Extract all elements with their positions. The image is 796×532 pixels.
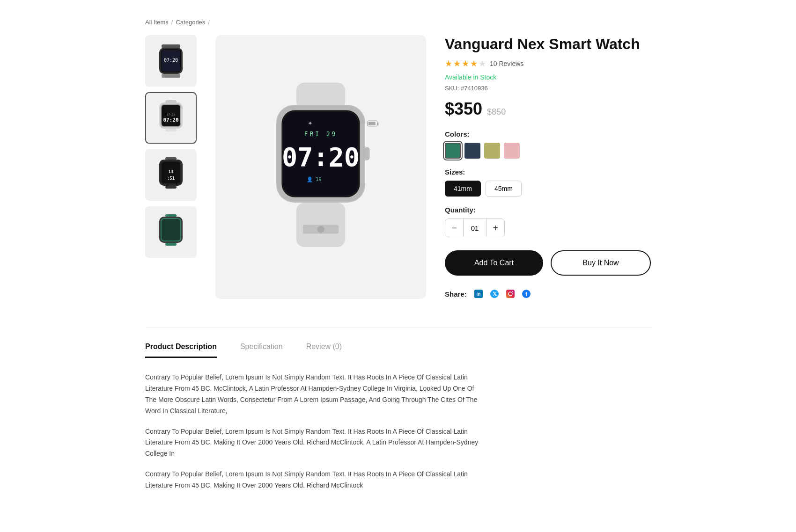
- quantity-increase[interactable]: +: [486, 219, 504, 237]
- svg-text:in: in: [476, 292, 480, 297]
- quantity-label: Quantity:: [445, 206, 651, 214]
- price-original: $850: [487, 107, 506, 117]
- instagram-icon[interactable]: [505, 289, 516, 299]
- product-title: Vanguard Nex Smart Watch: [445, 35, 651, 53]
- main-product-image: ✦ FRI 29 07:20 👤 19: [215, 35, 426, 299]
- color-swatch-green[interactable]: [445, 143, 461, 159]
- star-4: ★: [470, 58, 478, 69]
- svg-rect-12: [165, 129, 177, 131]
- share-label: Share:: [445, 290, 467, 298]
- color-swatch-navy[interactable]: [464, 143, 480, 159]
- svg-point-40: [317, 226, 324, 233]
- svg-rect-24: [165, 243, 177, 246]
- svg-rect-23: [162, 219, 180, 240]
- add-to-cart-button[interactable]: Add To Cart: [445, 250, 543, 276]
- breadcrumb-all-items[interactable]: All Items: [145, 19, 169, 26]
- quantity-input[interactable]: [463, 219, 486, 237]
- breadcrumb-separator-1: /: [171, 19, 173, 26]
- stock-status: Available in Stock: [445, 73, 651, 81]
- tabs-header: Product Description Specification Review…: [145, 337, 651, 358]
- quantity-decrease[interactable]: −: [445, 219, 463, 237]
- thumbnail-4[interactable]: [145, 206, 197, 258]
- rating-section: ★ ★ ★ ★ ★ 10 Reviews: [445, 58, 651, 69]
- svg-rect-45: [506, 290, 515, 298]
- description-para-2: Contrary To Popular Belief, Lorem Ipsum …: [145, 426, 482, 459]
- sizes-section: Sizes: 41mm 45mm: [445, 168, 651, 197]
- svg-rect-37: [364, 147, 369, 160]
- svg-rect-5: [162, 74, 180, 78]
- quantity-control: − +: [445, 219, 505, 237]
- description-para-1: Contrary To Popular Belief, Lorem Ipsum …: [145, 372, 482, 416]
- color-swatch-olive[interactable]: [484, 143, 500, 159]
- sizes-label: Sizes:: [445, 168, 651, 176]
- star-5: ★: [479, 58, 486, 69]
- svg-rect-33: [377, 123, 379, 125]
- svg-text:✦: ✦: [308, 120, 313, 127]
- sku: SKU: #7410936: [445, 85, 651, 92]
- social-icons: in 𝕏: [473, 289, 531, 299]
- size-41mm[interactable]: 41mm: [445, 181, 481, 197]
- svg-text:07:20: 07:20: [163, 117, 178, 123]
- svg-text:FRI  29: FRI 29: [304, 131, 338, 138]
- size-45mm[interactable]: 45mm: [486, 181, 522, 197]
- svg-rect-0: [162, 44, 180, 48]
- color-swatch-rose[interactable]: [504, 143, 520, 159]
- svg-rect-32: [369, 122, 376, 125]
- color-swatches: [445, 143, 651, 159]
- tab-review[interactable]: Review (0): [306, 337, 342, 358]
- tab-content-description: Contrary To Popular Belief, Lorem Ipsum …: [145, 372, 651, 491]
- svg-text:👤 19: 👤 19: [307, 177, 322, 183]
- size-options: 41mm 45mm: [445, 181, 651, 197]
- thumbnail-1[interactable]: 07:20: [145, 35, 197, 87]
- colors-section: Colors:: [445, 130, 651, 159]
- facebook-icon[interactable]: f: [521, 289, 531, 299]
- price-current: $350: [445, 99, 482, 119]
- svg-text:f: f: [525, 291, 528, 298]
- tab-specification[interactable]: Specification: [240, 337, 283, 358]
- share-section: Share: in 𝕏: [445, 289, 651, 299]
- breadcrumb-separator-2: /: [208, 19, 210, 26]
- page-container: All Items / Categories / 07:20: [117, 0, 679, 519]
- star-rating: ★ ★ ★ ★ ★: [445, 58, 486, 69]
- star-3: ★: [462, 58, 469, 69]
- star-1: ★: [445, 58, 452, 69]
- star-2: ★: [453, 58, 461, 69]
- svg-text:13: 13: [169, 169, 174, 174]
- svg-point-47: [512, 292, 513, 292]
- twitter-icon[interactable]: 𝕏: [489, 289, 500, 299]
- svg-rect-19: [165, 186, 177, 189]
- svg-text:07:20: 07:20: [167, 113, 175, 116]
- thumbnail-2[interactable]: 07:20 07:20: [145, 92, 197, 144]
- price-section: $350 $850: [445, 99, 651, 119]
- svg-text:07:20: 07:20: [282, 142, 360, 172]
- breadcrumb-categories[interactable]: Categories: [176, 19, 205, 26]
- thumbnails: 07:20 07:20 07:20: [145, 35, 197, 299]
- review-count: 10 Reviews: [490, 60, 523, 67]
- breadcrumb: All Items / Categories /: [145, 19, 651, 26]
- product-info: Vanguard Nex Smart Watch ★ ★ ★ ★ ★ 10 Re…: [445, 35, 651, 299]
- product-main: 07:20 07:20 07:20: [145, 35, 651, 299]
- description-para-3: Contrary To Popular Belief, Lorem Ipsum …: [145, 469, 482, 491]
- quantity-section: Quantity: − +: [445, 206, 651, 237]
- svg-text:𝕏: 𝕏: [492, 291, 496, 297]
- svg-text:07:20: 07:20: [164, 58, 178, 63]
- linkedin-icon[interactable]: in: [473, 289, 484, 299]
- thumbnail-3[interactable]: 13 :51: [145, 149, 197, 201]
- colors-label: Colors:: [445, 130, 651, 138]
- svg-text::51: :51: [167, 176, 175, 181]
- tab-product-description[interactable]: Product Description: [145, 337, 217, 358]
- action-buttons: Add To Cart Buy It Now: [445, 250, 651, 276]
- tabs-section: Product Description Specification Review…: [145, 327, 651, 491]
- buy-now-button[interactable]: Buy It Now: [551, 250, 651, 276]
